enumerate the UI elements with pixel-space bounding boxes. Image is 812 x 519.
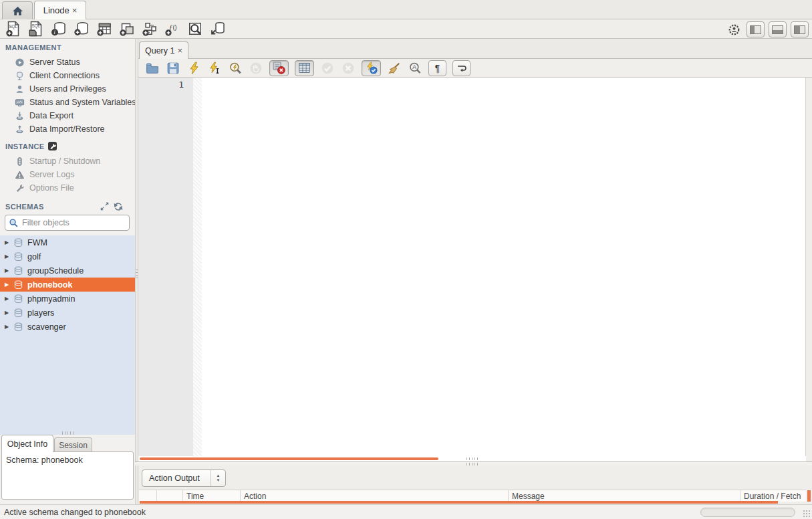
column-header-index[interactable] [157, 490, 183, 502]
schemas-section-title: SCHEMAS [5, 203, 130, 211]
schema-icon [13, 266, 24, 276]
preferences-gear-icon[interactable] [725, 21, 742, 38]
explain-plan-button[interactable] [228, 61, 243, 76]
schema-row-phonebook-selected[interactable]: ▶ phonebook [0, 278, 135, 292]
execute-current-statement-button[interactable] [207, 61, 222, 76]
find-panel-button[interactable]: A [408, 61, 422, 76]
stop-query-button[interactable] [249, 61, 263, 76]
toggle-secondary-sidebar-button[interactable] [791, 21, 809, 37]
execute-query-button[interactable] [186, 61, 201, 76]
sidebar-splitter-grip[interactable] [62, 431, 74, 435]
splitter-grip[interactable] [466, 457, 479, 460]
open-sql-script-button[interactable]: SQL [27, 20, 45, 37]
toggle-word-wrap-button[interactable] [452, 60, 470, 76]
schema-icon [13, 308, 24, 318]
open-script-button[interactable] [145, 61, 160, 76]
schema-row-players[interactable]: ▶ players [0, 306, 135, 320]
column-header-icon[interactable] [139, 490, 157, 502]
tab-object-info[interactable]: Object Info [1, 435, 53, 452]
sidebar-item-server-status[interactable]: Server Status [0, 56, 135, 69]
column-header-duration[interactable]: Duration / Fetch [740, 490, 806, 502]
schema-row-scavenger[interactable]: ▶ scavenger [0, 320, 135, 334]
toggle-output-area-button[interactable] [769, 21, 787, 37]
filter-objects-input[interactable] [22, 218, 116, 227]
toggle-limit-rows-button[interactable] [295, 60, 314, 76]
create-view-button[interactable] [118, 20, 136, 37]
main-toolbar: SQL SQL i f() [0, 19, 812, 39]
save-script-button[interactable] [166, 61, 180, 76]
new-sql-tab-button[interactable]: SQL [5, 20, 22, 37]
warning-triangle-icon [14, 169, 25, 180]
data-import-icon [14, 124, 25, 134]
sidebar-item-data-export[interactable]: Data Export [0, 109, 135, 122]
sidebar-item-server-logs[interactable]: Server Logs [0, 168, 135, 181]
expander-icon[interactable]: ▶ [0, 282, 9, 288]
status-progress-field [700, 508, 795, 517]
column-header-action[interactable]: Action [241, 490, 509, 502]
schema-row-groupschedule[interactable]: ▶ groupSchedule [0, 264, 135, 278]
sidebar-item-users-privileges[interactable]: Users and Privileges [0, 82, 135, 96]
commit-button[interactable] [320, 61, 335, 76]
output-panel: Action Output ▲ ▼ Time Action Message Du… [138, 465, 812, 504]
expander-icon[interactable]: ▶ [0, 268, 9, 274]
svg-text:A: A [412, 64, 416, 70]
expand-schema-tree-icon[interactable] [100, 202, 109, 211]
schema-filter-box [5, 215, 130, 231]
schema-icon [13, 238, 24, 247]
rollback-button[interactable] [341, 61, 356, 76]
home-tab[interactable] [2, 1, 33, 19]
toggle-autocommit-button[interactable] [362, 60, 381, 76]
expander-icon[interactable]: ▶ [0, 296, 9, 302]
create-table-button[interactable] [96, 20, 113, 37]
expander-icon[interactable]: ▶ [0, 310, 9, 316]
sidebar-item-status-system-variables[interactable]: Status and System Variables [0, 96, 135, 109]
create-function-button[interactable]: f() [164, 20, 181, 37]
schema-row-fwm[interactable]: ▶ FWM [0, 235, 135, 249]
sidebar-item-startup-shutdown[interactable]: Startup / Shutdown [0, 154, 135, 168]
search-table-data-button[interactable] [186, 20, 204, 37]
connection-tab[interactable]: Linode × [34, 1, 86, 19]
expander-icon[interactable]: ▶ [0, 253, 9, 260]
toolbar-right-group [725, 21, 809, 38]
schema-row-golf[interactable]: ▶ golf [0, 249, 135, 264]
create-procedure-button[interactable] [141, 20, 158, 37]
mysql-workbench-window: Linode × SQL SQL i f() [0, 0, 812, 519]
sidebar-item-data-import[interactable]: Data Import/Restore [0, 122, 135, 136]
scrollbar-thumb[interactable] [140, 457, 438, 460]
refresh-schemas-icon[interactable] [114, 202, 123, 211]
close-icon[interactable]: × [72, 5, 78, 15]
schema-tree: ▶ FWM ▶ golf ▶ groupSchedule ▶ phonebook… [0, 235, 135, 435]
sidebar-item-client-connections[interactable]: Client Connections [0, 69, 135, 82]
create-schema-button[interactable] [73, 20, 90, 37]
output-horizontal-scrollbar[interactable] [140, 501, 778, 504]
expander-icon[interactable]: ▶ [0, 324, 9, 330]
combo-spinner-icon[interactable]: ▲ ▼ [211, 470, 225, 486]
sidebar-item-options-file[interactable]: Options File [0, 181, 135, 195]
database-inspector-button[interactable]: i [50, 20, 67, 37]
schema-row-phpmyadmin[interactable]: ▶ phpmyadmin [0, 292, 135, 306]
column-header-time[interactable]: Time [183, 490, 241, 502]
object-info-content: Schema: phonebook [1, 451, 134, 500]
toggle-stop-on-error-button[interactable] [269, 60, 289, 76]
sql-editor-toolbar: A ¶ [138, 59, 812, 78]
close-icon[interactable]: × [177, 45, 182, 56]
output-view-selector[interactable]: Action Output ▲ ▼ [142, 470, 226, 487]
expander-icon[interactable]: ▶ [0, 239, 9, 245]
side-panel-icon [794, 25, 805, 34]
resize-grip[interactable] [803, 510, 811, 518]
tab-query-1[interactable]: Query 1 × [139, 41, 188, 59]
management-section-title: MANAGEMENT [5, 43, 61, 51]
sql-editor[interactable]: 1 [138, 78, 806, 456]
svg-text:SQL: SQL [31, 23, 40, 29]
beautify-sql-button[interactable] [387, 61, 402, 76]
output-vertical-scrollbar[interactable] [807, 490, 811, 502]
column-header-message[interactable]: Message [509, 490, 740, 502]
svg-text:(): () [173, 24, 177, 31]
editor-text-area[interactable] [202, 78, 805, 456]
reconnect-dbms-button[interactable] [209, 20, 227, 37]
toggle-invisible-characters-button[interactable]: ¶ [428, 60, 446, 76]
tab-session[interactable]: Session [54, 437, 92, 452]
splitter-grip[interactable] [136, 270, 138, 279]
server-status-icon [14, 57, 25, 68]
toggle-sidebar-button[interactable] [747, 21, 765, 37]
